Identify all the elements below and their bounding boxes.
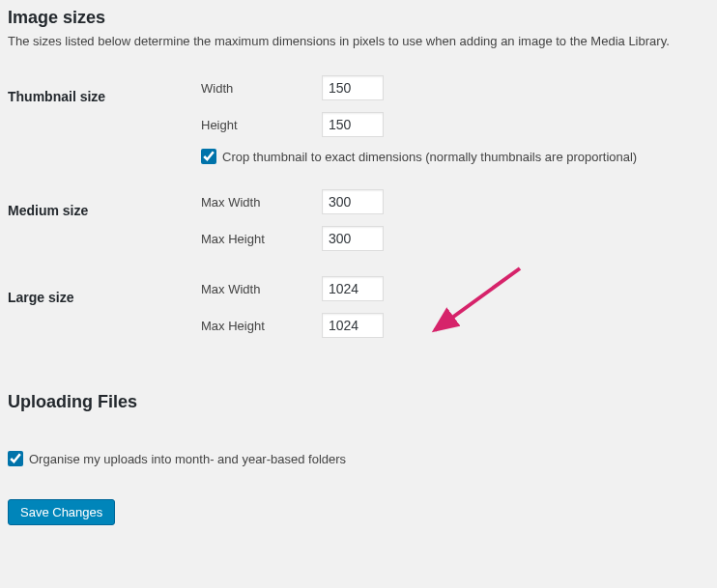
thumbnail-size-group-label: Thumbnail size [8,75,201,189]
image-sizes-description: The sizes listed below determine the max… [8,34,709,48]
thumbnail-crop-checkbox[interactable] [201,149,216,164]
thumbnail-height-label: Height [201,118,322,132]
large-max-width-label: Max Width [201,282,322,296]
medium-size-group-label: Medium size [8,189,201,276]
uploading-files-heading: Uploading Files [8,392,709,412]
medium-max-height-input[interactable] [322,226,384,251]
medium-max-width-label: Max Width [201,195,322,210]
medium-max-width-input[interactable] [322,189,384,214]
image-sizes-heading: Image sizes [8,8,709,28]
thumbnail-width-input[interactable] [322,75,384,100]
large-size-group-label: Large size [8,276,201,363]
thumbnail-crop-label: Crop thumbnail to exact dimensions (norm… [222,150,637,164]
save-changes-button[interactable]: Save Changes [8,499,115,525]
organise-uploads-checkbox[interactable] [8,451,23,466]
organise-uploads-label: Organise my uploads into month- and year… [29,452,346,466]
thumbnail-width-label: Width [201,81,322,96]
large-max-height-label: Max Height [201,319,322,333]
thumbnail-height-input[interactable] [322,112,384,137]
medium-max-height-label: Max Height [201,232,322,246]
large-max-width-input[interactable] [322,276,384,301]
large-max-height-input[interactable] [322,313,384,338]
